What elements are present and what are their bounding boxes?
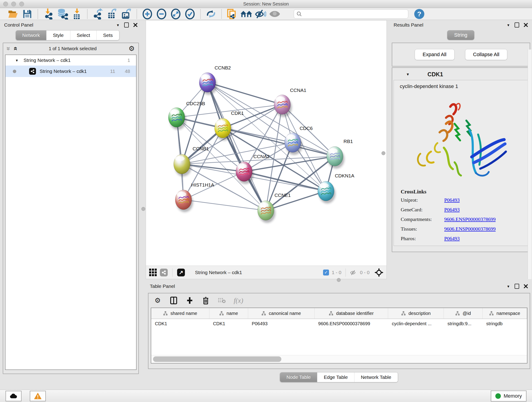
import-table-button[interactable] xyxy=(70,9,84,19)
toolbar-separator xyxy=(137,9,137,19)
table-cell[interactable]: cyclin-dependent ... xyxy=(388,319,444,328)
apply-layout-button[interactable] xyxy=(204,9,218,19)
tab-style[interactable]: Style xyxy=(46,31,70,40)
column-type-icon xyxy=(219,311,224,316)
splitter-handle[interactable] xyxy=(381,151,385,155)
help-button[interactable]: ? xyxy=(414,9,424,19)
float-panel-icon[interactable] xyxy=(124,22,129,27)
import-network-button[interactable] xyxy=(41,9,56,19)
column-header-@id[interactable]: @id xyxy=(444,308,482,319)
close-panel-icon[interactable] xyxy=(524,23,528,27)
memory-button[interactable]: Memory xyxy=(491,390,526,402)
node-CCNB1[interactable]: CCNB1 xyxy=(174,146,209,177)
tab-network[interactable]: Network xyxy=(16,31,46,40)
search-box[interactable] xyxy=(294,9,408,19)
node-CDC6[interactable]: CDC6 xyxy=(285,126,313,155)
birdseye-view-icon[interactable]: ↗ xyxy=(177,269,185,276)
cloud-status-button[interactable] xyxy=(6,391,22,401)
entry-expander-icon[interactable]: ▼ xyxy=(406,72,410,77)
column-header-namespace[interactable]: namespace xyxy=(482,308,527,319)
panel-menu-icon[interactable]: ▼ xyxy=(507,23,510,27)
node-HIST1H1A[interactable]: HIST1H1A xyxy=(175,182,214,212)
column-header-database-identifier[interactable]: database identifier xyxy=(315,308,388,319)
results-scrollbar[interactable] xyxy=(528,50,532,279)
table-cell[interactable]: stringdb:9... xyxy=(444,319,482,328)
column-header-name[interactable]: name xyxy=(209,308,248,319)
node-CCNB2[interactable]: CCNB2 xyxy=(199,65,231,95)
export-network-button[interactable] xyxy=(91,9,105,19)
edge-CCNB2-CCNA1[interactable] xyxy=(207,83,282,105)
tree-expander-icon[interactable]: ▼ xyxy=(15,58,19,62)
clone-network-button[interactable] xyxy=(225,9,239,19)
splitter-handle[interactable] xyxy=(141,207,145,211)
hidden-eye-icon[interactable] xyxy=(350,269,357,275)
table-options-gear-icon[interactable]: ⚙ xyxy=(153,297,162,304)
crosslink-link[interactable]: 9606.ENSP00000378699 xyxy=(444,226,496,232)
close-panel-icon[interactable] xyxy=(524,284,528,288)
delete-table-icon[interactable] xyxy=(218,297,226,304)
selected-checkbox-icon[interactable]: ✓ xyxy=(323,269,329,275)
panel-menu-icon[interactable]: ▼ xyxy=(507,284,510,288)
tab-sets[interactable]: Sets xyxy=(96,31,119,40)
crosslink-link[interactable]: P06493 xyxy=(444,197,460,203)
tab-edge-table[interactable]: Edge Table xyxy=(317,372,354,382)
create-column-icon[interactable] xyxy=(186,297,194,304)
show-columns-icon[interactable] xyxy=(170,296,178,305)
warnings-button[interactable] xyxy=(30,391,46,401)
search-input[interactable] xyxy=(302,11,406,17)
scrollbar-thumb[interactable] xyxy=(153,356,281,362)
grid-view-icon[interactable] xyxy=(149,269,157,276)
table-cell[interactable]: 9606.ENSP00000378699 xyxy=(315,319,388,328)
table-cell[interactable]: P06493 xyxy=(248,319,315,328)
import-network-from-database-button[interactable] xyxy=(56,9,70,19)
network-overview-icon[interactable] xyxy=(160,269,168,276)
column-header-description[interactable]: description xyxy=(388,308,444,319)
export-table-button[interactable] xyxy=(105,9,119,19)
network-graph-canvas[interactable]: CCNB2CCNA1CDC25BCDK1CDC6RB1CCNB1CCNA2CDK… xyxy=(146,20,386,266)
save-session-button[interactable] xyxy=(20,9,34,19)
show-all-networks-button[interactable] xyxy=(239,9,253,19)
column-header-shared-name[interactable]: shared name xyxy=(151,308,209,319)
zoom-fit-button[interactable] xyxy=(169,9,183,19)
column-header-canonical-name[interactable]: canonical name xyxy=(248,308,315,319)
tab-select[interactable]: Select xyxy=(70,31,96,40)
table-cell[interactable]: CDK1 xyxy=(209,319,248,328)
crosslink-link[interactable]: P06493 xyxy=(444,236,460,242)
expand-all-networks-icon[interactable]: » xyxy=(12,47,18,51)
table-cell[interactable]: CDK1 xyxy=(151,319,209,328)
delete-column-icon[interactable] xyxy=(202,296,210,305)
zoom-in-button[interactable] xyxy=(140,9,154,19)
table-cell[interactable]: stringdb xyxy=(482,319,527,328)
show-hidden-button[interactable] xyxy=(268,9,282,19)
panel-menu-icon[interactable]: ▼ xyxy=(116,23,120,27)
edge-HIST1H1A-CCNE1[interactable] xyxy=(184,200,266,211)
fit-selected-crosshair-icon[interactable] xyxy=(375,268,383,277)
network-view[interactable]: CCNB2CCNA1CDC25BCDK1CDC6RB1CCNB1CCNA2CDK… xyxy=(146,20,387,279)
node-CDKN1A[interactable]: CDKN1A xyxy=(318,173,355,204)
expand-all-button[interactable]: Expand All xyxy=(415,49,455,60)
function-builder-icon[interactable]: f(x) xyxy=(234,297,243,304)
crosslink-link[interactable]: P06493 xyxy=(444,207,460,213)
node-RB1[interactable]: RB1 xyxy=(326,139,353,169)
zoom-out-button[interactable] xyxy=(154,9,169,19)
tab-node-table[interactable]: Node Table xyxy=(280,372,317,382)
close-panel-icon[interactable] xyxy=(133,23,138,27)
open-session-button[interactable] xyxy=(6,9,20,19)
collapse-all-button[interactable]: Collapse All xyxy=(465,49,507,60)
zoom-selected-button[interactable] xyxy=(183,9,197,19)
node-CCNA1[interactable]: CCNA1 xyxy=(274,88,306,117)
hide-selected-button[interactable] xyxy=(253,9,268,19)
network-row-selected[interactable]: String Network – cdk1 11 48 xyxy=(6,65,136,77)
table-horizontal-scrollbar[interactable] xyxy=(151,355,527,363)
tab-string[interactable]: String xyxy=(447,30,474,40)
float-panel-icon[interactable] xyxy=(515,22,519,27)
export-image-button[interactable] xyxy=(119,9,133,19)
network-options-gear-icon[interactable]: ⚙ xyxy=(128,45,135,52)
network-collection-row[interactable]: ▼ String Network – cdk1 1 xyxy=(6,55,136,65)
float-panel-icon[interactable] xyxy=(515,284,519,289)
edge-CCNA2-CDKN1A[interactable] xyxy=(244,172,326,191)
crosslink-link[interactable]: 9606.ENSP00000378699 xyxy=(444,216,496,222)
table-row[interactable]: CDK1CDK1P064939606.ENSP00000378699cyclin… xyxy=(151,319,527,328)
tab-network-table[interactable]: Network Table xyxy=(354,372,398,382)
edge-CCNB2-CCNE1[interactable] xyxy=(207,83,266,211)
